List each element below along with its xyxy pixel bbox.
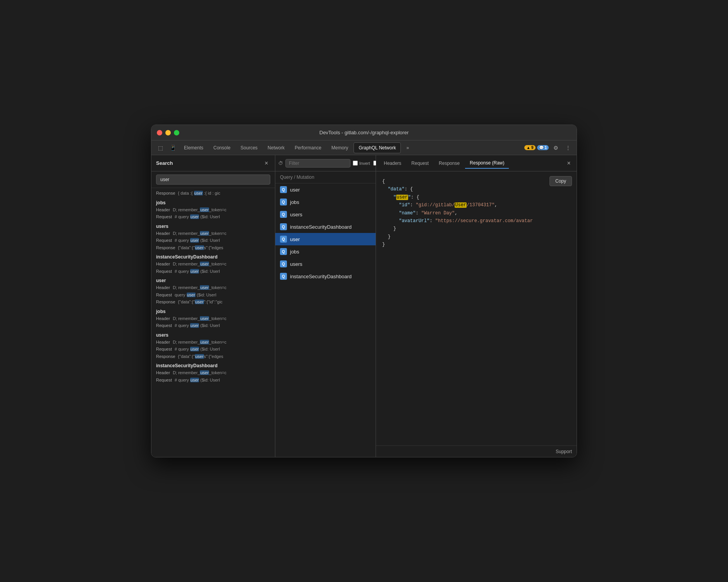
tab-response-raw[interactable]: Response (Raw) (465, 158, 509, 169)
query-item-name: user (290, 236, 300, 242)
tab-console[interactable]: Console (209, 142, 235, 153)
query-item-users-2[interactable]: Q users (275, 258, 376, 270)
result-row: Response {"data":{"users":{"edges (151, 244, 275, 252)
result-group-title: jobs (151, 199, 275, 206)
result-row: Header D; remember_user_token=c (151, 260, 275, 268)
result-row: Request # query user ($id: UserI (151, 346, 275, 353)
result-row: Header D; remember_user_token=c (151, 230, 275, 237)
query-item-name: jobs (290, 199, 299, 205)
search-close-button[interactable]: × (263, 159, 270, 167)
tabs-right: ▲ 9 💬 1 ⚙ ⋮ (524, 142, 573, 153)
result-group-title: jobs (151, 307, 275, 315)
result-group-title: instanceSecurityDashboard (151, 253, 275, 260)
q-badge: Q (280, 186, 287, 193)
tab-graphql-network[interactable]: GraphQL Network (354, 142, 401, 153)
q-badge: Q (280, 273, 287, 280)
query-item-name: users (290, 212, 302, 217)
query-item-name: instanceSecurityDashboard (290, 274, 352, 279)
tab-performance[interactable]: Performance (290, 142, 326, 153)
query-item-name: instanceSecurityDashboard (290, 224, 352, 230)
minimize-traffic-light[interactable] (165, 130, 171, 135)
result-row: Request query user ($id: UserI (151, 291, 275, 299)
tab-memory[interactable]: Memory (327, 142, 353, 153)
tab-elements[interactable]: Elements (179, 142, 208, 153)
settings-icon[interactable]: ⚙ (550, 142, 561, 153)
query-list: Q user Q jobs Q users Q instanceSecurity… (275, 183, 376, 457)
query-item-name: users (290, 261, 302, 267)
query-item-jobs-1[interactable]: Q jobs (275, 196, 376, 208)
devtools-window: DevTools - gitlab.com/-/graphql-explorer… (151, 125, 577, 457)
q-badge: Q (280, 211, 287, 218)
q-badge: Q (280, 223, 287, 230)
right-panel: Headers Request Response Response (Raw) … (376, 155, 577, 457)
search-results: Response { data :{ user :{ id : gic jobs… (151, 188, 275, 457)
result-group-isd-1: instanceSecurityDashboard Header D; reme… (151, 253, 275, 275)
result-row: Header D; remember_user_token=c (151, 339, 275, 346)
filter-bar: ⏱ Invert Regex Preserve Log (275, 155, 376, 171)
result-group-users-1: users Header D; remember_user_token=c Re… (151, 222, 275, 252)
query-header: Query / Mutation (275, 171, 376, 183)
search-panel: Search × Response { data :{ user :{ id :… (151, 155, 275, 457)
tab-network[interactable]: Network (263, 142, 289, 153)
query-item-users-1[interactable]: Q users (275, 208, 376, 221)
query-item-user-2[interactable]: Q user (275, 233, 376, 245)
query-item-jobs-2[interactable]: Q jobs (275, 245, 376, 258)
traffic-lights (157, 130, 179, 135)
q-badge: Q (280, 248, 287, 255)
filter-input[interactable] (285, 159, 350, 168)
search-input[interactable] (156, 175, 270, 185)
q-badge: Q (280, 236, 287, 243)
q-badge: Q (280, 199, 287, 205)
tab-sources[interactable]: Sources (236, 142, 262, 153)
tab-overflow[interactable]: » (402, 142, 414, 153)
result-group-title: users (151, 331, 275, 339)
query-item-name: jobs (290, 249, 299, 255)
titlebar: DevTools - gitlab.com/-/graphql-explorer (151, 125, 577, 140)
history-icon[interactable]: ⏱ (278, 159, 283, 168)
query-panel: ⏱ Invert Regex Preserve Log (275, 155, 376, 457)
result-row: Request # query user ($id: UserI (151, 377, 275, 384)
invert-checkbox[interactable] (353, 161, 358, 166)
support-link[interactable]: Support (556, 449, 572, 454)
q-badge: Q (280, 260, 287, 267)
result-row: Request # query user ($id: UserI (151, 213, 275, 221)
tab-request[interactable]: Request (407, 158, 433, 169)
tab-response[interactable]: Response (434, 158, 464, 169)
device-icon[interactable]: 📱 (167, 142, 179, 154)
tab-headers[interactable]: Headers (379, 158, 406, 169)
close-traffic-light[interactable] (157, 130, 162, 135)
response-area: Copy { "data": { "user": { "id": "gid://… (376, 171, 577, 445)
invert-label: Invert (359, 161, 370, 166)
result-group-title: user (151, 276, 275, 284)
info-badge: 💬 1 (537, 145, 549, 150)
query-item-isd-1[interactable]: Q instanceSecurityDashboard (275, 221, 376, 233)
right-tabs: Headers Request Response Response (Raw) … (376, 155, 577, 171)
right-panel-close[interactable]: × (564, 159, 573, 168)
result-row: Response {"data":{"user":{"id":"gic (151, 298, 275, 306)
cursor-icon[interactable]: ⬚ (155, 142, 166, 154)
result-group-title: users (151, 222, 275, 230)
query-item-isd-2[interactable]: Q instanceSecurityDashboard (275, 270, 376, 282)
copy-button[interactable]: Copy (549, 176, 572, 186)
window-title: DevTools - gitlab.com/-/graphql-explorer (319, 130, 409, 135)
query-item-name: user (290, 187, 300, 193)
result-group-top: Response { data :{ user :{ id : gic (151, 190, 275, 197)
query-item-user-1[interactable]: Q user (275, 183, 376, 196)
maximize-traffic-light[interactable] (174, 130, 179, 135)
result-group-isd-2: instanceSecurityDashboard Header D; reme… (151, 361, 275, 383)
result-row: Request # query user ($id: UserI (151, 237, 275, 244)
search-panel-title: Search (156, 160, 173, 166)
search-input-wrap (151, 171, 275, 188)
result-group-jobs-1: jobs Header D; remember_user_token=c Req… (151, 199, 275, 221)
result-group-users-2: users Header D; remember_user_token=c Re… (151, 331, 275, 360)
tabs-bar: ⬚ 📱 Elements Console Sources Network Per… (151, 140, 577, 155)
result-group-user-1: user Header D; remember_user_token=c Req… (151, 276, 275, 306)
result-row: Header D; remember_user_token=c (151, 315, 275, 322)
warning-badge: ▲ 9 (524, 145, 535, 150)
result-row: Header D; remember_user_token=c (151, 369, 275, 377)
main-content: Search × Response { data :{ user :{ id :… (151, 155, 577, 457)
invert-checkbox-group: Invert (353, 161, 370, 166)
result-row: Response {"data":{"users":{"edges (151, 353, 275, 360)
result-row: Header D; remember_user_token=c (151, 206, 275, 214)
more-icon[interactable]: ⋮ (563, 142, 573, 153)
